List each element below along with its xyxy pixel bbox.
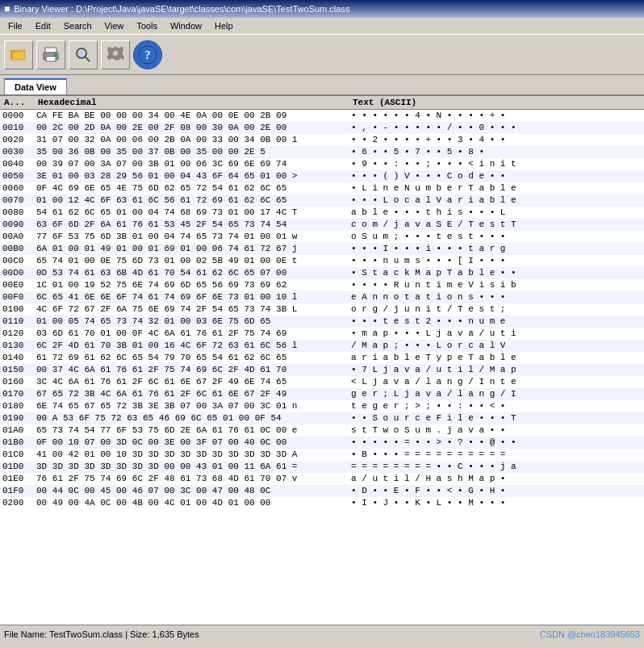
tab-data-view[interactable]: Data View bbox=[4, 78, 67, 94]
hex-bytes: 3C 4C 6A 61 76 61 2F 6C 61 6E 67 2F 49 6… bbox=[36, 376, 351, 388]
hex-bytes: 31 07 00 32 0A 00 06 00 2B 0A 00 33 00 3… bbox=[36, 134, 351, 146]
table-row: 00B06A 01 00 01 49 01 00 01 69 01 00 06 … bbox=[0, 243, 644, 255]
hex-bytes: 01 00 05 74 65 73 74 32 01 00 03 6E 75 6… bbox=[36, 316, 351, 328]
ascii-text: s t T w o S u m . j a v a • • bbox=[351, 424, 505, 437]
hex-content[interactable]: 0000CA FE BA BE 00 00 00 34 00 4E 0A 00 … bbox=[0, 110, 644, 621]
hex-addr: 01A0 bbox=[2, 424, 36, 437]
table-row: 01603C 4C 6A 61 76 61 2F 6C 61 6E 67 2F … bbox=[0, 376, 644, 388]
table-row: 008054 61 62 6C 65 01 00 04 74 68 69 73 … bbox=[0, 207, 644, 219]
hex-bytes: 65 74 01 00 0E 75 6D 73 01 00 02 5B 49 0… bbox=[36, 255, 351, 267]
menu-help[interactable]: Help bbox=[208, 19, 240, 32]
hex-addr: 0180 bbox=[2, 400, 36, 412]
hex-bytes: 00 44 0C 00 45 00 46 07 00 3C 00 47 00 4… bbox=[36, 485, 351, 497]
menu-edit[interactable]: Edit bbox=[29, 19, 57, 32]
title-text: Binary Viewer : D:\Project\Java\javaSE\t… bbox=[14, 4, 349, 14]
ascii-text: • 9 • • : • • ; • • • < i n i t bbox=[351, 158, 516, 170]
hex-bytes: 54 61 62 6C 65 01 00 04 74 68 69 73 01 0… bbox=[36, 207, 351, 219]
file-info: File Name: TestTwoSum.class | Size: 1,63… bbox=[4, 629, 199, 639]
hex-bytes: 1C 01 00 19 52 75 6E 74 69 6D 65 56 69 7… bbox=[36, 279, 351, 291]
app-icon: ■ bbox=[4, 3, 10, 15]
ascii-text: o S u m ; • • • t e s t • • • bbox=[351, 231, 505, 243]
hex-addr: 0110 bbox=[2, 316, 36, 328]
menu-tools[interactable]: Tools bbox=[130, 19, 164, 32]
ascii-text: • , • - • • • • • / • • 0 • • • bbox=[351, 122, 516, 134]
settings-button[interactable] bbox=[101, 40, 130, 69]
ascii-text: a b l e • • • t h i s • • • L bbox=[351, 207, 505, 219]
table-row: 014061 72 69 61 62 6C 65 54 79 70 65 54 … bbox=[0, 352, 644, 364]
hex-bytes: 00 A 53 6F 75 72 63 65 46 69 6C 65 01 00… bbox=[36, 412, 351, 424]
table-row: 019000 A 53 6F 75 72 63 65 46 69 6C 65 0… bbox=[0, 412, 644, 424]
hex-addr: 0090 bbox=[2, 219, 36, 231]
table-row: 001000 2C 00 2D 0A 00 2E 00 2F 08 00 30 … bbox=[0, 122, 644, 134]
hex-bytes: 6C 2F 4D 61 70 3B 01 00 16 4C 6F 72 63 6… bbox=[36, 340, 351, 352]
hex-bytes: 00 49 00 4A 0C 00 4B 00 4C 01 00 4D 01 0… bbox=[36, 497, 351, 509]
open-button[interactable] bbox=[4, 40, 33, 69]
ascii-text: • B • • • = = = = = = = = = = bbox=[351, 449, 505, 461]
print-button[interactable] bbox=[36, 40, 65, 69]
hex-bytes: 00 37 4C 6A 61 76 61 2F 75 74 69 6C 2F 4… bbox=[36, 364, 351, 376]
menu-search[interactable]: Search bbox=[57, 19, 98, 32]
table-row: 01F000 44 0C 00 45 00 46 07 00 3C 00 47 … bbox=[0, 485, 644, 497]
hex-bytes: 0D 53 74 61 63 6B 4D 61 70 54 61 62 6C 6… bbox=[36, 267, 351, 279]
ascii-text: • D • • E • F • • < • G • H • bbox=[351, 485, 505, 497]
svg-rect-6 bbox=[46, 56, 56, 61]
hex-header: A... Hexadecimal Text (ASCII) bbox=[0, 96, 644, 110]
ascii-text: • S t a c k M a p T a b l e • • bbox=[351, 267, 516, 279]
search-toolbar-button[interactable] bbox=[69, 40, 98, 69]
hex-addr: 00B0 bbox=[2, 243, 36, 255]
menu-file[interactable]: File bbox=[2, 19, 29, 32]
ascii-text: • • • ( ) V • • • C o d e • • bbox=[351, 170, 505, 182]
table-row: 015000 37 4C 6A 61 76 61 2F 75 74 69 6C … bbox=[0, 364, 644, 376]
hex-addr: 01E0 bbox=[2, 473, 36, 485]
hex-addr: 0040 bbox=[2, 158, 36, 170]
svg-text:?: ? bbox=[145, 49, 151, 61]
hex-addr: 01D0 bbox=[2, 461, 36, 473]
hex-addr: 00C0 bbox=[2, 255, 36, 267]
ascii-text: • 7 L j a v a / u t i l / M a p bbox=[351, 364, 516, 376]
ascii-text: • • • • • = • • > • ? • • @ • • bbox=[351, 437, 516, 449]
ascii-text: • m a p • • • L j a v a / u t i bbox=[351, 328, 516, 340]
hex-addr: 0050 bbox=[2, 170, 36, 182]
help-button[interactable]: ? bbox=[133, 40, 162, 69]
hex-bytes: 61 72 69 61 62 6C 65 54 79 70 65 54 61 6… bbox=[36, 352, 351, 364]
hex-addr: 00F0 bbox=[2, 291, 36, 303]
ascii-text: • • • L o c a l V a r i a b l e bbox=[351, 194, 516, 207]
hex-bytes: 67 65 72 3B 4C 6A 61 76 61 2F 6C 61 6E 6… bbox=[36, 388, 351, 400]
menu-view[interactable]: View bbox=[98, 19, 131, 32]
table-row: 012003 6D 61 70 01 00 0F 4C 6A 61 76 61 … bbox=[0, 328, 644, 340]
ascii-text: • I • J • • K • L • • M • • • bbox=[351, 497, 505, 509]
svg-point-11 bbox=[113, 51, 118, 56]
menu-window[interactable]: Window bbox=[164, 19, 208, 32]
table-row: 00A077 6F 53 75 6D 3B 01 00 04 74 65 73 … bbox=[0, 231, 644, 243]
hex-addr: 0170 bbox=[2, 388, 36, 400]
ascii-text: a / u t i l / H a s h M a p • bbox=[351, 473, 505, 485]
table-row: 00600F 4C 69 6E 65 4E 75 6D 62 65 72 54 … bbox=[0, 182, 644, 194]
hex-bytes: 0F 00 10 07 00 3D 0C 00 3E 00 3F 07 00 4… bbox=[36, 437, 351, 449]
ascii-text: < L j a v a / l a n g / I n t e bbox=[351, 376, 516, 388]
hex-bytes: 00 39 07 00 3A 07 00 3B 01 00 06 3C 69 6… bbox=[36, 158, 351, 170]
watermark: CSDN @chen183945653 bbox=[540, 629, 640, 639]
hex-addr: 0080 bbox=[2, 207, 36, 219]
menu-bar: File Edit Search View Tools Window Help bbox=[0, 18, 644, 35]
ascii-text: • • • I • • • i • • • t a r g bbox=[351, 243, 505, 255]
hex-addr: 0160 bbox=[2, 376, 36, 388]
hex-bytes: 0F 4C 69 6E 65 4E 75 6D 62 65 72 54 61 6… bbox=[36, 182, 351, 194]
table-row: 002031 07 00 32 0A 00 06 00 2B 0A 00 33 … bbox=[0, 134, 644, 146]
hex-bytes: 3E 01 00 03 28 29 56 01 00 04 43 6F 64 6… bbox=[36, 170, 351, 182]
svg-rect-3 bbox=[12, 52, 25, 60]
hex-addr: 0200 bbox=[2, 497, 36, 509]
ascii-text: a r i a b l e T y p e T a b l e bbox=[351, 352, 516, 364]
table-row: 01004C 6F 72 67 2F 6A 75 6E 69 74 2F 54 … bbox=[0, 303, 644, 316]
table-row: 00F06C 65 41 6E 6E 6F 74 61 74 69 6F 6E … bbox=[0, 291, 644, 303]
table-row: 01306C 2F 4D 61 70 3B 01 00 16 4C 6F 72 … bbox=[0, 340, 644, 352]
hex-bytes: CA FE BA BE 00 00 00 34 00 4E 0A 00 0E 0… bbox=[36, 110, 351, 122]
status-bar: File Name: TestTwoSum.class | Size: 1,63… bbox=[0, 625, 644, 642]
tab-bar: Data View bbox=[0, 75, 644, 96]
table-row: 003035 00 36 0B 00 35 00 37 0B 00 35 00 … bbox=[0, 146, 644, 158]
ascii-text: • • S o u r c e F i l e • • • T bbox=[351, 412, 516, 424]
hex-addr: 0100 bbox=[2, 303, 36, 316]
hex-addr: 0030 bbox=[2, 146, 36, 158]
hex-addr: 01B0 bbox=[2, 437, 36, 449]
hex-bytes: 77 6F 53 75 6D 3B 01 00 04 74 65 73 74 0… bbox=[36, 231, 351, 243]
table-row: 00503E 01 00 03 28 29 56 01 00 04 43 6F … bbox=[0, 170, 644, 182]
